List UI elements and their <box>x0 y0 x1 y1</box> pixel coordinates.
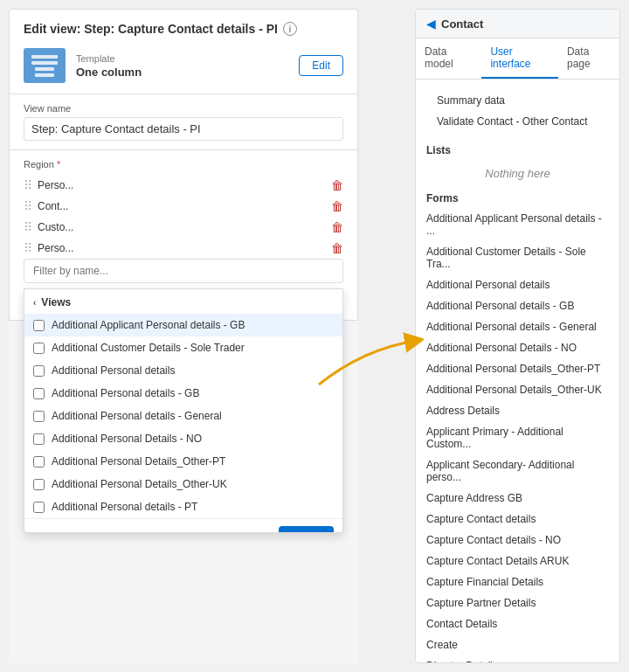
item-checkbox[interactable] <box>33 343 45 354</box>
panel-item[interactable]: Additional Personal details - GB <box>416 295 619 316</box>
dropdown-item[interactable]: Additional Personal Details - NO <box>24 427 342 450</box>
drag-handle[interactable]: ⠿ <box>24 241 32 255</box>
item-checkbox[interactable] <box>33 411 45 422</box>
item-checkbox[interactable] <box>33 433 45 445</box>
panel-item-validate[interactable]: Validate Contact - Other Contact <box>426 111 609 132</box>
panel-item[interactable]: Address Details <box>416 400 619 421</box>
panel-item[interactable]: Director Details <box>416 655 619 662</box>
panel-item[interactable]: Additional Customer Details - Sole Tra..… <box>416 241 619 274</box>
tab-data-model[interactable]: Data model <box>416 38 481 79</box>
required-asterisk: * <box>57 159 60 170</box>
panel-item[interactable]: Contact Details <box>416 613 619 634</box>
tab-user-interface[interactable]: User interface <box>481 38 558 79</box>
panel-item-label: Summary data <box>437 94 505 107</box>
dropdown-item-label: Additional Personal details <box>52 364 175 377</box>
panel-item[interactable]: Capture Address GB <box>416 488 619 509</box>
row-name-4: Perso... <box>38 242 326 254</box>
arrow-annotation <box>310 323 424 396</box>
tab-data-model-label: Data model <box>425 45 453 70</box>
panel-content[interactable]: Summary data Validate Contact - Other Co… <box>416 80 619 662</box>
panel-item[interactable]: Capture Contact details - NO <box>416 530 619 551</box>
panel-item-summary[interactable]: Summary data <box>426 90 609 111</box>
panel-item[interactable]: Applicant Primary - Additional Custom... <box>416 421 619 454</box>
template-section: Template One column Edit <box>24 48 343 83</box>
left-panel: Edit view: Step: Capture Contact details… <box>9 9 358 663</box>
region-row: ⠿ Custo... 🗑 <box>24 217 343 238</box>
item-checkbox[interactable] <box>33 388 45 399</box>
dropdown-item[interactable]: Additional Personal details <box>24 359 342 382</box>
back-button-icon[interactable]: ◀ <box>426 17 436 31</box>
panel-item[interactable]: Capture Financial Details <box>416 572 619 592</box>
delete-row-icon[interactable]: 🗑 <box>331 220 343 234</box>
item-checkbox[interactable] <box>33 502 45 513</box>
tab-data-page-label: Data page <box>567 45 591 70</box>
row-name-3: Custo... <box>38 221 326 233</box>
dropdown-item[interactable]: Additional Customer Details - Sole Trade… <box>24 336 342 359</box>
info-icon[interactable]: i <box>283 22 297 36</box>
panel-item-label: Validate Contact - Other Contact <box>437 115 588 128</box>
dropdown-item[interactable]: Additional Personal details - GB <box>24 382 342 405</box>
forms-section-title: Forms <box>416 187 619 208</box>
drag-handle[interactable]: ⠿ <box>24 199 32 213</box>
region-row: ⠿ Cont... 🗑 <box>24 196 343 217</box>
dropdown-item[interactable]: Additional Personal details - PT <box>24 495 342 518</box>
panel-item[interactable]: Additional Personal Details - NO <box>416 337 619 358</box>
region-label-text: Region <box>24 159 54 170</box>
item-checkbox[interactable] <box>33 479 45 490</box>
region-section: Region * ⠿ Perso... 🗑 ⠿ Cont... 🗑 ⠿ Cust… <box>9 150 358 321</box>
region-row: ⠿ Perso... 🗑 <box>24 175 343 196</box>
dropdown-item[interactable]: Additional Personal details - General <box>24 405 342 427</box>
dropdown-item[interactable]: Additional Applicant Personal details - … <box>24 314 342 336</box>
row-name-2: Cont... <box>38 200 326 212</box>
dropdown-item[interactable]: Additional Personal Details_Other-PT <box>24 450 342 473</box>
panel-item[interactable]: Additional Personal details - General <box>416 316 619 337</box>
right-panel: ◀ Contact Data model User interface Data… <box>415 9 620 663</box>
dropdown-item[interactable]: Additional Personal Details_Other-UK <box>24 473 342 495</box>
item-checkbox[interactable] <box>33 365 45 377</box>
chevron-icon: ‹ <box>33 298 36 308</box>
panel-item[interactable]: Capture Contact details <box>416 509 619 530</box>
drag-handle[interactable]: ⠿ <box>24 220 32 234</box>
view-name-section: View name Step: Capture Contact details … <box>9 94 358 150</box>
lists-section-title: Lists <box>416 139 619 160</box>
template-line-4 <box>35 73 54 77</box>
delete-row-icon[interactable]: 🗑 <box>331 178 343 192</box>
edit-view-header: Edit view: Step: Capture Contact details… <box>9 9 358 94</box>
template-line-3 <box>35 67 54 71</box>
panel-item[interactable]: Additional Personal details <box>416 274 619 295</box>
dropdown-list: ‹ Views Additional Applicant Personal de… <box>24 288 343 533</box>
panel-item[interactable]: Additional Applicant Personal details - … <box>416 208 619 241</box>
template-edit-button[interactable]: Edit <box>299 55 343 76</box>
delete-row-icon[interactable]: 🗑 <box>331 241 343 255</box>
template-name: One column <box>76 66 142 79</box>
arrow-svg <box>310 323 424 393</box>
panel-item[interactable]: Capture Partner Details <box>416 592 619 613</box>
tab-data-page[interactable]: Data page <box>558 38 619 79</box>
dropdown-item-label: Additional Personal details - GB <box>52 387 199 399</box>
drag-handle[interactable]: ⠿ <box>24 178 32 192</box>
dropdown-item-label: Additional Personal details - General <box>52 410 222 422</box>
view-name-label: View name <box>24 103 343 114</box>
region-row: ⠿ Perso... 🗑 <box>24 238 343 259</box>
dropdown-item-label: Additional Customer Details - Sole Trade… <box>52 342 245 354</box>
panel-item[interactable]: Create <box>416 634 619 655</box>
preview-section: Summary data Validate Contact - Other Co… <box>416 87 619 139</box>
item-checkbox[interactable] <box>33 320 45 331</box>
panel-item[interactable]: Capture Contact Details ARUK <box>416 551 619 572</box>
dropdown-item-label: Additional Personal details - PT <box>52 501 197 513</box>
panel-item[interactable]: Additional Personal Details_Other-UK <box>416 379 619 400</box>
region-label: Region * <box>24 159 343 170</box>
dropdown-item-label: Additional Personal Details_Other-PT <box>52 455 225 468</box>
filter-input[interactable] <box>24 259 343 283</box>
add-button[interactable]: Add <box>279 526 334 533</box>
template-line-2 <box>31 61 58 65</box>
delete-row-icon[interactable]: 🗑 <box>331 199 343 213</box>
panel-item[interactable]: Additional Personal Details_Other-PT <box>416 358 619 379</box>
tabs-row: Data model User interface Data page <box>416 38 619 80</box>
panel-item[interactable]: Applicant Secondary- Additional perso... <box>416 454 619 488</box>
item-checkbox[interactable] <box>33 456 45 468</box>
dropdown-item-label: Additional Applicant Personal details - … <box>52 319 245 331</box>
tab-user-interface-label: User interface <box>490 45 530 70</box>
right-panel-header: ◀ Contact <box>416 10 619 38</box>
dropdown-item-label: Additional Personal Details - NO <box>52 433 202 445</box>
